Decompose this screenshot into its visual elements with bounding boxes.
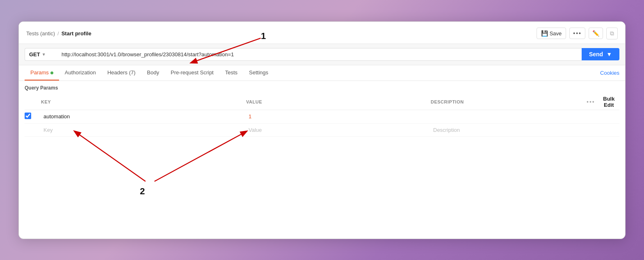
tab-headers[interactable]: Headers (7): [102, 65, 142, 81]
main-window: Tests (antic) / Start profile 💾 Save •••…: [18, 21, 626, 239]
send-label: Send: [589, 51, 603, 58]
method-label: GET: [29, 51, 40, 58]
section-title: Query Params: [25, 85, 619, 91]
breadcrumb-separator: /: [57, 30, 59, 37]
method-chevron-icon: ▼: [42, 52, 46, 57]
title-actions: 💾 Save ••• ✏️ ⧉: [537, 28, 618, 39]
method-select[interactable]: GET ▼: [25, 48, 57, 61]
tabs-row: Params Authorization Headers (7) Body Pr…: [19, 65, 625, 81]
tabs-container: Params Authorization Headers (7) Body Pr…: [25, 65, 274, 81]
table-row: automation 1: [25, 110, 619, 124]
breadcrumb-current: Start profile: [62, 30, 91, 37]
params-section: Query Params KEY VALUE DESCRIPTION ••• B…: [19, 81, 625, 137]
tab-tests[interactable]: Tests: [219, 65, 243, 81]
url-input[interactable]: [57, 48, 582, 61]
value-placeholder[interactable]: Value: [246, 126, 431, 134]
tab-body[interactable]: Body: [141, 65, 165, 81]
row-value[interactable]: 1: [246, 113, 431, 120]
row-checkbox-container: [25, 113, 41, 121]
title-bar: Tests (antic) / Start profile 💾 Save •••…: [19, 22, 625, 44]
row-description[interactable]: [431, 116, 619, 117]
placeholder-row: Key Value Description: [25, 124, 619, 137]
cookies-link[interactable]: Cookies: [600, 70, 619, 76]
bulk-edit-button[interactable]: Bulk Edit: [598, 96, 619, 108]
more-options-button[interactable]: •••: [569, 28, 585, 39]
tab-settings[interactable]: Settings: [243, 65, 274, 81]
save-label: Save: [550, 30, 562, 37]
send-chevron-icon: ▼: [606, 51, 612, 58]
table-header: KEY VALUE DESCRIPTION ••• Bulk Edit: [25, 94, 619, 110]
tab-params[interactable]: Params: [25, 65, 59, 81]
value-column-header: VALUE: [246, 99, 431, 104]
key-placeholder[interactable]: Key: [41, 126, 246, 134]
tab-pre-request-script[interactable]: Pre-request Script: [165, 65, 219, 81]
more-columns-button[interactable]: •••: [587, 99, 595, 105]
row-checkbox[interactable]: [25, 113, 31, 119]
tab-authorization[interactable]: Authorization: [59, 65, 102, 81]
params-dot: [50, 71, 53, 74]
key-column-header: KEY: [41, 99, 246, 104]
edit-button[interactable]: ✏️: [589, 28, 603, 39]
description-column-header: DESCRIPTION: [431, 99, 587, 104]
description-placeholder[interactable]: Description: [431, 126, 619, 134]
annotation-2: 2: [140, 186, 145, 197]
save-button[interactable]: 💾 Save: [537, 28, 566, 39]
breadcrumb-parent: Tests (antic): [26, 30, 55, 37]
svg-line-2: [155, 131, 247, 181]
url-bar: GET ▼ Send ▼: [19, 44, 625, 65]
svg-line-1: [75, 131, 145, 181]
send-button[interactable]: Send ▼: [582, 48, 619, 60]
breadcrumb: Tests (antic) / Start profile: [26, 30, 91, 37]
save-icon: 💾: [541, 30, 548, 37]
copy-button[interactable]: ⧉: [606, 28, 618, 39]
row-key[interactable]: automation: [41, 113, 246, 120]
